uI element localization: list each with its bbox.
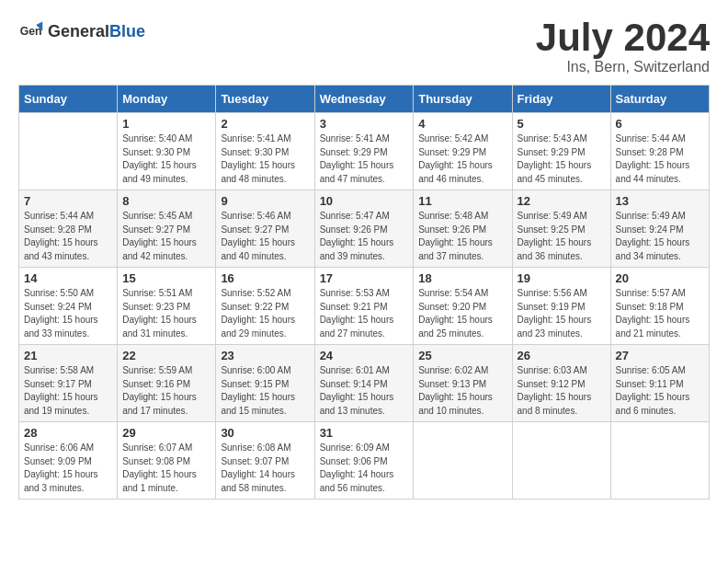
- day-number: 5: [518, 117, 606, 131]
- day-info: Sunrise: 6:09 AMSunset: 9:06 PMDaylight:…: [320, 442, 409, 495]
- day-number: 11: [418, 194, 506, 208]
- calendar-cell: 12Sunrise: 5:49 AMSunset: 9:25 PMDayligh…: [512, 190, 610, 268]
- column-header-sunday: Sunday: [19, 86, 118, 113]
- day-info: Sunrise: 5:50 AMSunset: 9:24 PMDaylight:…: [24, 287, 112, 340]
- day-info: Sunrise: 5:49 AMSunset: 9:24 PMDaylight:…: [616, 210, 704, 263]
- day-number: 13: [616, 194, 704, 208]
- day-number: 27: [616, 349, 704, 362]
- calendar-cell: 8Sunrise: 5:45 AMSunset: 9:27 PMDaylight…: [118, 190, 216, 268]
- day-info: Sunrise: 5:57 AMSunset: 9:18 PMDaylight:…: [616, 287, 704, 340]
- day-number: 22: [122, 349, 210, 362]
- calendar-cell: 18Sunrise: 5:54 AMSunset: 9:20 PMDayligh…: [414, 268, 512, 345]
- day-info: Sunrise: 5:43 AMSunset: 9:29 PMDaylight:…: [518, 132, 606, 186]
- day-number: 7: [24, 194, 112, 208]
- calendar-cell: 30Sunrise: 6:08 AMSunset: 9:07 PMDayligh…: [216, 422, 314, 500]
- calendar-cell: [512, 422, 610, 500]
- calendar-cell: 10Sunrise: 5:47 AMSunset: 9:26 PMDayligh…: [314, 190, 414, 268]
- calendar-cell: [610, 422, 709, 500]
- calendar-cell: 17Sunrise: 5:53 AMSunset: 9:21 PMDayligh…: [314, 268, 414, 345]
- calendar-cell: 23Sunrise: 6:00 AMSunset: 9:15 PMDayligh…: [216, 345, 314, 422]
- logo-icon: Gen: [18, 18, 44, 44]
- column-header-monday: Monday: [118, 86, 216, 113]
- calendar-header-row: SundayMondayTuesdayWednesdayThursdayFrid…: [19, 86, 710, 113]
- day-number: 12: [518, 194, 606, 208]
- day-info: Sunrise: 5:58 AMSunset: 9:17 PMDaylight:…: [24, 364, 112, 418]
- day-info: Sunrise: 5:59 AMSunset: 9:16 PMDaylight:…: [122, 364, 210, 418]
- column-header-friday: Friday: [512, 86, 610, 113]
- calendar-cell: 15Sunrise: 5:51 AMSunset: 9:23 PMDayligh…: [118, 268, 216, 345]
- logo-text-general: General: [48, 22, 109, 40]
- day-number: 4: [418, 117, 506, 131]
- day-number: 28: [24, 426, 112, 440]
- calendar-cell: 14Sunrise: 5:50 AMSunset: 9:24 PMDayligh…: [19, 268, 118, 345]
- day-info: Sunrise: 5:44 AMSunset: 9:28 PMDaylight:…: [24, 210, 112, 263]
- calendar-cell: 19Sunrise: 5:56 AMSunset: 9:19 PMDayligh…: [512, 268, 610, 345]
- column-header-wednesday: Wednesday: [314, 86, 414, 113]
- day-info: Sunrise: 5:42 AMSunset: 9:29 PMDaylight:…: [418, 132, 506, 186]
- day-info: Sunrise: 5:54 AMSunset: 9:20 PMDaylight:…: [418, 287, 506, 340]
- day-info: Sunrise: 5:53 AMSunset: 9:21 PMDaylight:…: [320, 287, 409, 340]
- day-info: Sunrise: 5:41 AMSunset: 9:30 PMDaylight:…: [221, 132, 309, 186]
- calendar-cell: 7Sunrise: 5:44 AMSunset: 9:28 PMDaylight…: [19, 190, 118, 268]
- day-number: 25: [418, 349, 506, 362]
- page-header: Gen GeneralBlue July 2024 Ins, Bern, Swi…: [18, 18, 710, 75]
- day-number: 3: [320, 117, 409, 131]
- day-info: Sunrise: 6:00 AMSunset: 9:15 PMDaylight:…: [221, 364, 309, 418]
- calendar-cell: 9Sunrise: 5:46 AMSunset: 9:27 PMDaylight…: [216, 190, 314, 268]
- location-title: Ins, Bern, Switzerland: [536, 59, 710, 75]
- calendar-cell: 21Sunrise: 5:58 AMSunset: 9:17 PMDayligh…: [19, 345, 118, 422]
- calendar-table: SundayMondayTuesdayWednesdayThursdayFrid…: [18, 85, 710, 500]
- day-info: Sunrise: 6:05 AMSunset: 9:11 PMDaylight:…: [616, 364, 704, 418]
- day-info: Sunrise: 6:03 AMSunset: 9:12 PMDaylight:…: [518, 364, 606, 418]
- logo-text-blue: Blue: [109, 22, 145, 40]
- day-info: Sunrise: 5:51 AMSunset: 9:23 PMDaylight:…: [122, 287, 210, 340]
- day-number: 17: [320, 271, 409, 285]
- calendar-cell: 4Sunrise: 5:42 AMSunset: 9:29 PMDaylight…: [414, 113, 512, 190]
- day-info: Sunrise: 5:48 AMSunset: 9:26 PMDaylight:…: [418, 210, 506, 263]
- day-info: Sunrise: 5:45 AMSunset: 9:27 PMDaylight:…: [122, 210, 210, 263]
- calendar-cell: 26Sunrise: 6:03 AMSunset: 9:12 PMDayligh…: [512, 345, 610, 422]
- calendar-cell: 5Sunrise: 5:43 AMSunset: 9:29 PMDaylight…: [512, 113, 610, 190]
- calendar-cell: 2Sunrise: 5:41 AMSunset: 9:30 PMDaylight…: [216, 113, 314, 190]
- day-info: Sunrise: 5:41 AMSunset: 9:29 PMDaylight:…: [320, 132, 409, 186]
- day-number: 20: [616, 271, 704, 285]
- logo: Gen GeneralBlue: [18, 18, 145, 44]
- day-number: 1: [122, 117, 210, 131]
- day-number: 29: [122, 426, 210, 440]
- day-info: Sunrise: 6:08 AMSunset: 9:07 PMDaylight:…: [221, 442, 309, 495]
- day-number: 18: [418, 271, 506, 285]
- calendar-cell: 27Sunrise: 6:05 AMSunset: 9:11 PMDayligh…: [610, 345, 709, 422]
- calendar-cell: 3Sunrise: 5:41 AMSunset: 9:29 PMDaylight…: [314, 113, 414, 190]
- day-info: Sunrise: 5:46 AMSunset: 9:27 PMDaylight:…: [221, 210, 309, 263]
- calendar-cell: 1Sunrise: 5:40 AMSunset: 9:30 PMDaylight…: [118, 113, 216, 190]
- day-info: Sunrise: 6:02 AMSunset: 9:13 PMDaylight:…: [418, 364, 506, 418]
- day-number: 16: [221, 271, 309, 285]
- title-area: July 2024 Ins, Bern, Switzerland: [536, 18, 710, 75]
- calendar-cell: 11Sunrise: 5:48 AMSunset: 9:26 PMDayligh…: [414, 190, 512, 268]
- column-header-saturday: Saturday: [610, 86, 709, 113]
- day-info: Sunrise: 6:06 AMSunset: 9:09 PMDaylight:…: [24, 442, 112, 495]
- day-info: Sunrise: 5:47 AMSunset: 9:26 PMDaylight:…: [320, 210, 409, 263]
- calendar-cell: [414, 422, 512, 500]
- day-info: Sunrise: 5:56 AMSunset: 9:19 PMDaylight:…: [518, 287, 606, 340]
- calendar-week-1: 1Sunrise: 5:40 AMSunset: 9:30 PMDaylight…: [19, 113, 710, 190]
- day-info: Sunrise: 6:07 AMSunset: 9:08 PMDaylight:…: [122, 442, 210, 495]
- day-info: Sunrise: 5:40 AMSunset: 9:30 PMDaylight:…: [122, 132, 210, 186]
- calendar-cell: 22Sunrise: 5:59 AMSunset: 9:16 PMDayligh…: [118, 345, 216, 422]
- day-number: 6: [616, 117, 704, 131]
- calendar-cell: 25Sunrise: 6:02 AMSunset: 9:13 PMDayligh…: [414, 345, 512, 422]
- calendar-cell: 24Sunrise: 6:01 AMSunset: 9:14 PMDayligh…: [314, 345, 414, 422]
- day-info: Sunrise: 6:01 AMSunset: 9:14 PMDaylight:…: [320, 364, 409, 418]
- column-header-tuesday: Tuesday: [216, 86, 314, 113]
- day-info: Sunrise: 5:52 AMSunset: 9:22 PMDaylight:…: [221, 287, 309, 340]
- day-number: 15: [122, 271, 210, 285]
- day-number: 8: [122, 194, 210, 208]
- day-number: 21: [24, 349, 112, 362]
- calendar-cell: [19, 113, 118, 190]
- day-number: 24: [320, 349, 409, 362]
- day-number: 14: [24, 271, 112, 285]
- calendar-week-2: 7Sunrise: 5:44 AMSunset: 9:28 PMDaylight…: [19, 190, 710, 268]
- calendar-week-3: 14Sunrise: 5:50 AMSunset: 9:24 PMDayligh…: [19, 268, 710, 345]
- calendar-cell: 6Sunrise: 5:44 AMSunset: 9:28 PMDaylight…: [610, 113, 709, 190]
- calendar-cell: 29Sunrise: 6:07 AMSunset: 9:08 PMDayligh…: [118, 422, 216, 500]
